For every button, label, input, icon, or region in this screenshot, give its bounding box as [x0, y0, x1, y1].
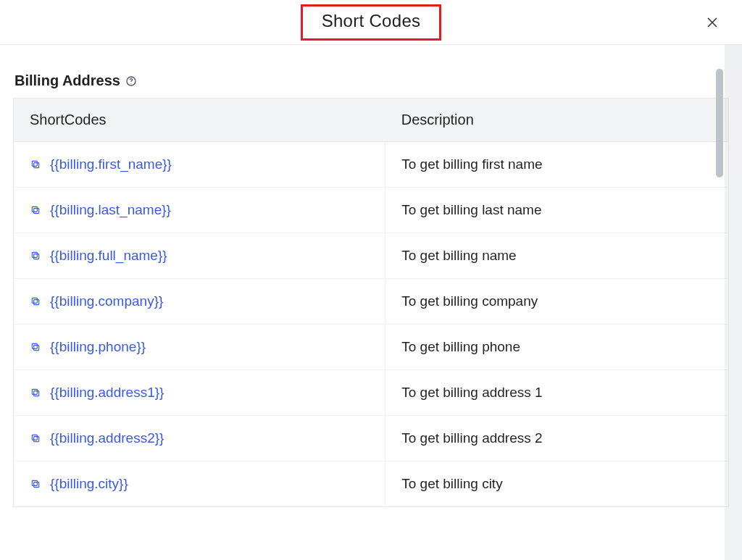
- modal-content: Billing Address ShortCodes Description {…: [0, 45, 742, 560]
- description-cell: To get billing city: [385, 461, 729, 507]
- shortcode-cell: {{billing.first_name}}: [14, 142, 385, 188]
- svg-rect-16: [34, 482, 39, 488]
- copy-icon[interactable]: [30, 159, 41, 170]
- svg-rect-9: [32, 298, 37, 303]
- description-cell: To get billing name: [385, 233, 729, 279]
- shortcode-text[interactable]: {{billing.full_name}}: [50, 248, 167, 264]
- svg-rect-10: [34, 346, 39, 351]
- shortcode-text[interactable]: {{billing.first_name}}: [50, 156, 172, 172]
- svg-rect-2: [34, 163, 39, 168]
- description-cell: To get billing first name: [385, 142, 729, 188]
- modal-header: Short Codes: [0, 0, 742, 45]
- description-cell: To get billing phone: [385, 325, 729, 370]
- copy-icon[interactable]: [30, 296, 41, 307]
- copy-icon[interactable]: [30, 432, 41, 444]
- close-icon: [706, 16, 719, 29]
- svg-rect-14: [34, 437, 39, 442]
- shortcode-cell: {{billing.city}}: [14, 461, 385, 507]
- svg-rect-12: [34, 391, 39, 396]
- help-icon[interactable]: [125, 75, 138, 88]
- svg-rect-8: [34, 300, 39, 305]
- shortcode-text[interactable]: {{billing.address1}}: [50, 385, 164, 401]
- svg-rect-4: [34, 209, 39, 214]
- svg-rect-17: [32, 480, 37, 485]
- column-header-description: Description: [385, 99, 729, 142]
- description-cell: To get billing company: [385, 279, 729, 325]
- svg-rect-7: [32, 252, 37, 257]
- shortcodes-table: ShortCodes Description {{billing.first_n…: [13, 98, 729, 507]
- shortcode-text[interactable]: {{billing.phone}}: [50, 339, 146, 355]
- shortcode-cell: {{billing.last_name}}: [14, 188, 385, 233]
- table-row: {{billing.city}}To get billing city: [14, 461, 729, 507]
- table-row: {{billing.address1}}To get billing addre…: [14, 370, 729, 416]
- description-cell: To get billing address 1: [385, 370, 729, 416]
- table-row: {{billing.full_name}}To get billing name: [14, 233, 729, 279]
- shortcode-text[interactable]: {{billing.company}}: [50, 293, 163, 309]
- column-header-shortcodes: ShortCodes: [14, 99, 385, 142]
- description-cell: To get billing address 2: [385, 416, 729, 461]
- table-row: {{billing.last_name}}To get billing last…: [14, 188, 729, 233]
- shortcode-text[interactable]: {{billing.last_name}}: [50, 202, 171, 218]
- shortcode-cell: {{billing.company}}: [14, 279, 385, 325]
- table-row: {{billing.address2}}To get billing addre…: [14, 416, 729, 461]
- copy-icon[interactable]: [30, 204, 41, 216]
- shortcode-cell: {{billing.full_name}}: [14, 233, 385, 279]
- copy-icon[interactable]: [30, 250, 41, 262]
- svg-rect-15: [32, 435, 37, 440]
- svg-rect-11: [32, 343, 37, 348]
- copy-icon[interactable]: [30, 387, 41, 398]
- close-button[interactable]: [704, 14, 720, 30]
- table-row: {{billing.first_name}}To get billing fir…: [14, 142, 729, 188]
- shortcode-text[interactable]: {{billing.address2}}: [50, 430, 164, 446]
- description-cell: To get billing last name: [385, 188, 729, 233]
- table-row: {{billing.company}}To get billing compan…: [14, 279, 729, 325]
- modal-title: Short Codes: [322, 11, 421, 30]
- svg-rect-13: [32, 389, 37, 394]
- copy-icon[interactable]: [30, 341, 41, 353]
- table-row: {{billing.phone}}To get billing phone: [14, 325, 729, 370]
- copy-icon[interactable]: [30, 478, 41, 490]
- svg-point-1: [130, 83, 131, 83]
- section-title: Billing Address: [14, 72, 120, 89]
- svg-rect-6: [34, 254, 39, 259]
- shortcode-cell: {{billing.address1}}: [14, 370, 385, 416]
- shortcode-text[interactable]: {{billing.city}}: [50, 476, 128, 492]
- shortcode-cell: {{billing.phone}}: [14, 325, 385, 370]
- svg-rect-5: [32, 206, 37, 212]
- modal-title-box: Short Codes: [301, 4, 442, 41]
- section-header: Billing Address: [13, 72, 729, 89]
- svg-rect-3: [32, 161, 37, 166]
- shortcode-cell: {{billing.address2}}: [14, 416, 385, 461]
